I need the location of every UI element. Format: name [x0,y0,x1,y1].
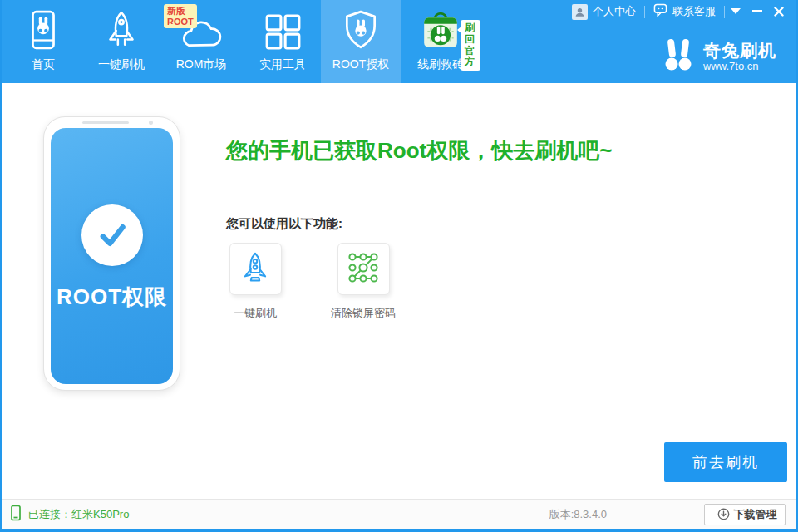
official-flash-badge: 刷回 官方 [461,20,480,71]
connection-status: 已连接：红米K50Pro [10,505,129,525]
nav-label: 首页 [32,57,55,72]
user-avatar [572,4,588,20]
chat-bubble-icon [653,3,667,20]
connected-phone-icon [10,505,22,525]
page-title: 您的手机已获取Root权限，快去刷机吧~ [226,136,612,165]
feature-label: 清除锁屏密码 [331,306,396,321]
brand-name: 奇兔刷机 [703,41,776,60]
user-center-label: 个人中心 [593,4,636,19]
shield-rabbit-icon [342,9,380,51]
brand-logo: 奇兔刷机 www.7to.cn [661,38,776,75]
root-permission-label: ROOT权限 [51,283,173,312]
nav-label: 一键刷机 [98,57,145,72]
minimize-button[interactable] [746,0,768,23]
main-content: ROOT权限 您的手机已获取Root权限，快去刷机吧~ 您可以使用以下功能: [2,83,796,499]
connection-text: 已连接：红米K50Pro [28,507,129,522]
brand-domain: www.7to.cn [703,60,776,72]
contact-support[interactable]: 联系客服 [645,0,724,23]
features-subtitle: 您可以使用以下功能: [226,216,342,232]
main-nav: 首页 一键刷机 新版 ROOT [2,0,480,83]
phone-illustration: ROOT权限 [43,116,180,391]
nav-item-home[interactable]: 首页 [2,0,85,83]
download-icon [717,508,730,520]
phone-speaker [82,121,129,124]
grid-tools-icon [264,12,302,51]
download-manager-label: 下载管理 [734,507,777,522]
rabbit-logo-icon [661,38,696,75]
nav-label: 实用工具 [259,57,306,72]
nav-label: ROM市场 [176,57,227,72]
phone-camera-dot [149,121,153,125]
feature-label: 一键刷机 [234,306,277,321]
nav-item-tools[interactable]: 实用工具 [244,0,321,83]
user-center[interactable]: 个人中心 [564,0,644,23]
new-root-badge: 新版 ROOT [164,4,197,28]
nav-item-rom-market[interactable]: 新版 ROOT ROM市场 [158,0,244,83]
nav-label: ROOT授权 [332,57,389,72]
app-window: 首页 一键刷机 新版 ROOT [0,0,798,532]
feature-one-key-flash: 一键刷机 [201,243,309,321]
close-button[interactable] [768,0,790,23]
version-text: 版本:8.3.4.0 [549,507,607,522]
download-manager-button[interactable]: 下载管理 [704,504,786,525]
nav-item-one-key-flash[interactable]: 一键刷机 [85,0,158,83]
menu-dropdown-button[interactable] [725,0,746,23]
nav-item-brick-rescue[interactable]: 刷回 官方 线刷救砖 [401,0,480,83]
one-key-flash-card[interactable] [229,243,282,295]
feature-clear-lock: 清除锁屏密码 [309,243,417,321]
clear-lock-card[interactable] [337,243,390,295]
pattern-lock-icon [347,251,380,288]
go-flash-button[interactable]: 前去刷机 [664,442,787,482]
app-header: 首页 一键刷机 新版 ROOT [2,0,796,83]
divider [226,175,758,175]
home-phone-rabbit-icon [26,9,61,51]
status-bar: 已连接：红米K50Pro 版本:8.3.4.0 下载管理 [2,499,796,529]
rocket-blue-icon [239,250,271,288]
contact-support-label: 联系客服 [672,4,716,19]
phone-screen: ROOT权限 [51,128,173,384]
rocket-icon [102,9,140,51]
success-check-icon [81,204,143,266]
nav-label: 线刷救砖 [417,57,464,72]
nav-item-root-auth[interactable]: ROOT授权 [321,0,401,83]
titlebar: 个人中心 联系客服 [564,0,790,23]
